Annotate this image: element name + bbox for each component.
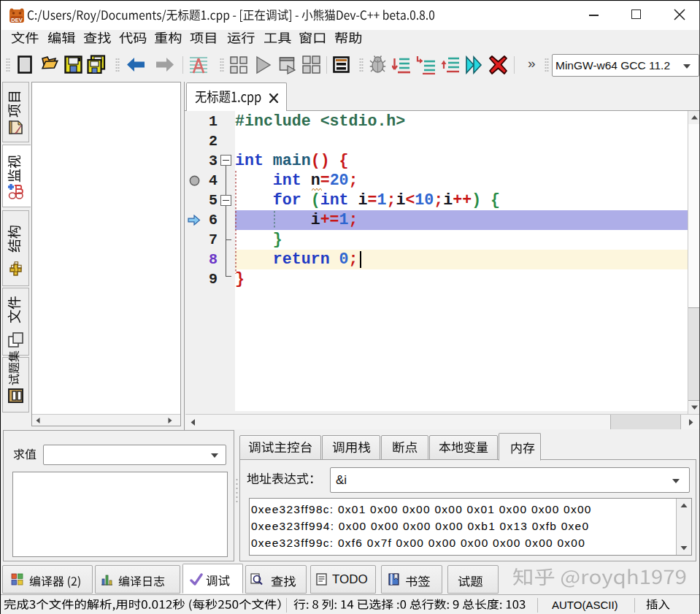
svg-text:DEV: DEV xyxy=(11,17,22,23)
